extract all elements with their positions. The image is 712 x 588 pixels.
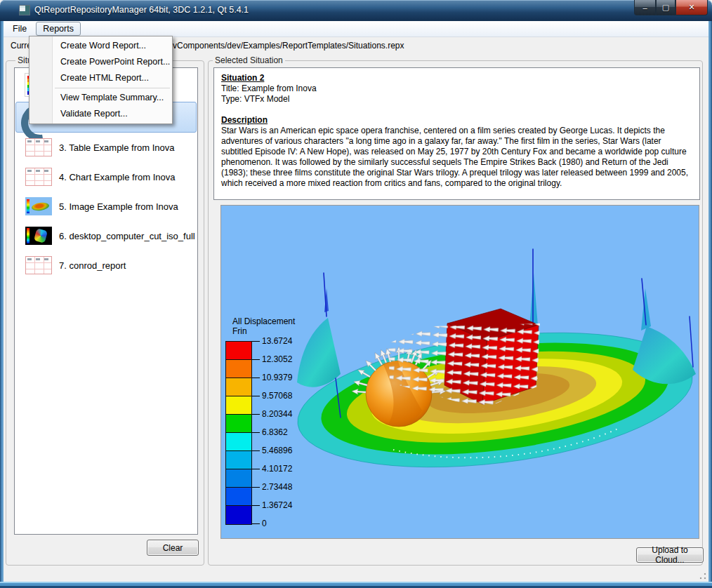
window-controls: – ▢ ✕ bbox=[634, 0, 708, 15]
list-item-label: 3. Table Example from Inova bbox=[59, 142, 175, 153]
clear-button[interactable]: Clear bbox=[147, 540, 199, 556]
reports-menu-popup: Create Word Report... Create PowerPoint … bbox=[29, 36, 173, 124]
window-border-left bbox=[0, 21, 4, 582]
upload-to-cloud-button[interactable]: Upload to Cloud... bbox=[636, 547, 704, 563]
legend-swatch bbox=[226, 506, 251, 524]
legend-swatch bbox=[226, 342, 251, 360]
legend-swatch bbox=[226, 488, 251, 506]
title-bar[interactable]: QtReportRepositoryManager 64bit, 3DC 1.2… bbox=[0, 0, 712, 21]
situation-title-line: Title: Example from Inova bbox=[221, 83, 692, 94]
legend-tick-label: 5.46896 bbox=[252, 446, 292, 455]
table-thumbnail bbox=[25, 168, 52, 186]
minimize-icon: – bbox=[642, 4, 647, 12]
menu-file[interactable]: File bbox=[6, 22, 33, 35]
description-heading: Description bbox=[221, 115, 692, 126]
situation-heading: Situation 2 bbox=[221, 73, 692, 83]
window-title: QtReportRepositoryManager 64bit, 3DC 1.2… bbox=[34, 5, 249, 15]
legend-swatch bbox=[226, 451, 251, 469]
table-thumbnail bbox=[25, 256, 52, 274]
maximize-icon: ▢ bbox=[662, 3, 669, 12]
menu-item-create-powerpoint-report[interactable]: Create PowerPoint Report... bbox=[29, 54, 172, 70]
legend-tick-label: 2.73448 bbox=[252, 482, 292, 492]
vtfx-viewer[interactable]: All Displacement Frin 13.6724 12.3052 bbox=[220, 205, 699, 539]
viz-black-thumbnail bbox=[25, 227, 52, 245]
menu-bar: File Reports bbox=[4, 21, 708, 37]
menu-separator bbox=[55, 88, 170, 88]
legend-title: All Displacement Frin bbox=[232, 316, 295, 336]
legend-swatch bbox=[226, 469, 251, 488]
menu-reports[interactable]: Reports bbox=[36, 22, 81, 36]
minimize-button[interactable]: – bbox=[634, 0, 656, 15]
window-border-bottom bbox=[0, 582, 712, 588]
window-border-right bbox=[708, 21, 712, 582]
maximize-button[interactable]: ▢ bbox=[656, 0, 675, 15]
legend-tick-label: 1.36724 bbox=[252, 500, 292, 510]
list-item[interactable]: 3. Table Example from Inova bbox=[15, 133, 197, 162]
situations-list[interactable]: 3. Table Example from Inova 4. Chart Exa… bbox=[14, 67, 198, 535]
list-item-label: 7. conrod_report bbox=[59, 260, 126, 271]
legend-swatch bbox=[226, 360, 251, 378]
close-button[interactable]: ✕ bbox=[675, 0, 708, 15]
situations-groupbox: Situ 3. Table Example from Inova 4. Char… bbox=[6, 60, 204, 566]
legend-swatch bbox=[226, 415, 251, 433]
list-item-label: 6. desktop_computer_cut_iso_full bbox=[59, 231, 195, 241]
legend-tick-label: 9.57068 bbox=[252, 391, 292, 401]
legend-swatch bbox=[226, 396, 251, 415]
list-item[interactable]: 7. conrod_report bbox=[15, 250, 197, 280]
legend-tick-label: 10.9379 bbox=[252, 373, 292, 382]
table-thumbnail bbox=[25, 138, 52, 156]
current-template-path: vComponents/dev/Examples/ReportTemplates… bbox=[173, 41, 404, 51]
legend-tick-label: 8.20344 bbox=[252, 409, 292, 419]
menu-item-validate-report[interactable]: Validate Report... bbox=[29, 106, 172, 122]
legend-color-column bbox=[225, 341, 252, 525]
resize-grip[interactable] bbox=[699, 573, 706, 580]
menu-item-view-template-summary[interactable]: View Template Summary... bbox=[29, 90, 172, 106]
list-item[interactable]: 4. Chart Example from Inova bbox=[15, 162, 197, 192]
legend-swatch bbox=[226, 378, 251, 396]
selected-situation-groupbox: Selected Situation Situation 2 Title: Ex… bbox=[208, 60, 703, 566]
legend-tick-label: 0 bbox=[252, 519, 267, 528]
app-window: QtReportRepositoryManager 64bit, 3DC 1.2… bbox=[0, 0, 712, 588]
legend-tick-label: 12.3052 bbox=[252, 354, 292, 364]
close-icon: ✕ bbox=[688, 3, 694, 12]
legend-swatch bbox=[226, 433, 251, 451]
vtfx-scene bbox=[221, 206, 699, 538]
app-icon bbox=[19, 5, 30, 15]
situation-type-line: Type: VTFx Model bbox=[221, 94, 692, 105]
list-item-label: 5. Image Example from Inova bbox=[59, 201, 178, 212]
description-text: Star Wars is an American epic space oper… bbox=[221, 126, 692, 189]
list-item[interactable]: 5. Image Example from Inova bbox=[15, 192, 197, 221]
situation-details[interactable]: Situation 2 Title: Example from Inova Ty… bbox=[213, 67, 700, 200]
legend-tick-label: 13.6724 bbox=[252, 336, 292, 346]
legend-tick-label: 4.10172 bbox=[252, 464, 292, 474]
menu-item-create-word-report[interactable]: Create Word Report... bbox=[29, 38, 172, 54]
list-item[interactable]: 6. desktop_computer_cut_iso_full bbox=[15, 221, 197, 250]
legend-tick-label: 6.8362 bbox=[252, 427, 288, 437]
list-item-label: 4. Chart Example from Inova bbox=[59, 172, 175, 182]
selected-situation-label: Selected Situation bbox=[213, 55, 285, 65]
menu-item-create-html-report[interactable]: Create HTML Report... bbox=[29, 70, 172, 86]
viz-blue-thumbnail bbox=[25, 197, 52, 215]
